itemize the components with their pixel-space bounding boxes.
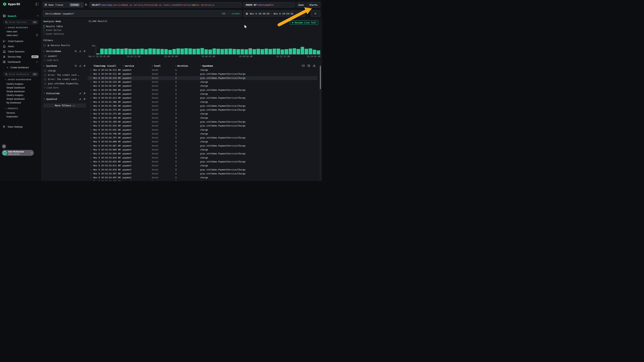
table-row[interactable]: Nov 6 10:54:55.413 AMpaymentUnset1charge	[88, 92, 318, 96]
histogram-bar[interactable]	[172, 49, 176, 54]
histogram-bar[interactable]	[112, 49, 116, 54]
histogram-bar[interactable]	[140, 49, 144, 54]
saved-dashboard-item[interactable]: ClickPy Analytics	[6, 82, 41, 86]
histogram-bar[interactable]	[208, 49, 212, 54]
histogram-bar[interactable]	[240, 49, 244, 54]
scrollbar-thumb[interactable]	[320, 66, 321, 89]
vertical-scrollbar[interactable]	[320, 64, 321, 180]
table-row[interactable]: Nov 6 10:54:56.510 AMpaymentUnset2grpc.o…	[88, 76, 318, 80]
filter-value-checkbox[interactable]: Error: The credit card …	[44, 73, 86, 77]
row-expand-icon[interactable]	[88, 129, 94, 130]
load-more-button[interactable]: Load more	[44, 86, 86, 90]
column-header-timestamp-local-[interactable]: Timestamp (Local)	[94, 64, 122, 67]
presets-section-header[interactable]: PRESETS	[5, 107, 38, 110]
help-button[interactable]: ?	[2, 144, 6, 149]
histogram-bar[interactable]	[264, 49, 268, 54]
table-row[interactable]: Nov 6 10:54:54.611 AMpaymentUnset1charge	[88, 164, 318, 168]
histogram-bar[interactable]	[180, 49, 184, 54]
lang-sql-option[interactable]: SQL	[222, 12, 226, 15]
analysis-mode-event-deltas[interactable]: Event Deltas	[46, 28, 86, 32]
row-expand-icon[interactable]	[88, 78, 94, 79]
histogram-bar[interactable]	[104, 49, 108, 54]
table-row[interactable]: Nov 6 10:54:54.495 AMpaymentUnset1charge	[88, 180, 318, 181]
preset-item[interactable]: Kubernetes	[6, 115, 41, 119]
table-row[interactable]: Nov 6 10:54:54.654 AMpaymentUnset1grpc.o…	[88, 160, 318, 164]
histogram-bar[interactable]	[96, 53, 100, 54]
row-expand-icon[interactable]	[88, 137, 94, 138]
row-expand-icon[interactable]	[88, 169, 94, 170]
drag-handle-icon[interactable]: ∷	[200, 65, 201, 67]
histogram-bar[interactable]	[132, 49, 136, 54]
histogram-bar[interactable]	[228, 49, 232, 54]
row-expand-icon[interactable]	[88, 117, 94, 119]
wrap-text-icon[interactable]	[307, 64, 310, 67]
histogram-bar[interactable]	[204, 49, 208, 54]
histogram-bar[interactable]	[244, 49, 248, 54]
table-row[interactable]: Nov 6 10:54:54.659 AMpaymentUnset1grpc.o…	[88, 152, 318, 156]
table-row[interactable]: Nov 6 10:54:54.708 AMpaymentUnset1charge	[88, 132, 318, 136]
histogram-bar[interactable]	[296, 49, 300, 54]
search-query-input[interactable]: ServiceName:"payment" SQL | Lucene	[43, 10, 242, 17]
user-menu[interactable]: DM Dale McDiarmid demo-service -	[2, 150, 34, 156]
saved-search-item[interactable]: mikes tets2	[6, 33, 41, 37]
histogram-bar[interactable]	[276, 49, 280, 54]
table-row[interactable]: Nov 6 10:54:55.386 AMpaymentUnset1charge	[88, 100, 318, 104]
load-more-button[interactable]: Load more	[44, 58, 86, 62]
row-expand-icon[interactable]	[88, 141, 94, 142]
row-expand-icon[interactable]	[88, 157, 94, 158]
analysis-mode-results-table[interactable]: Results Table	[46, 24, 86, 28]
histogram-bar[interactable]	[305, 49, 308, 54]
row-expand-icon[interactable]	[88, 113, 94, 114]
column-header-spanname[interactable]: ∷SpanName	[200, 64, 318, 67]
row-expand-icon[interactable]	[88, 97, 94, 98]
histogram-bar[interactable]	[168, 50, 172, 54]
saved-search-item[interactable]: mikes alert	[6, 30, 41, 33]
table-row[interactable]: Nov 6 10:54:56.507 AMpaymentUnset1charge	[88, 84, 318, 88]
row-expand-icon[interactable]	[88, 121, 94, 122]
code-icon[interactable]	[302, 64, 305, 67]
results-histogram[interactable]	[96, 47, 320, 54]
saved-dashboard-item[interactable]: Simple dashboard	[6, 90, 41, 93]
table-row[interactable]: Nov 6 10:54:54.688 AMpaymentUnset1charge	[88, 140, 318, 144]
filter-value-checkbox[interactable]: charge	[44, 69, 86, 73]
drag-handle-icon[interactable]: ∷	[175, 65, 176, 67]
filter-group-spankind[interactable]: SpanKind	[44, 97, 86, 101]
order-by-input[interactable]: ORDER BY Timestamp DESC	[243, 2, 295, 7]
histogram-bar[interactable]	[188, 48, 192, 54]
row-expand-icon[interactable]	[88, 105, 94, 107]
table-row[interactable]: Nov 6 10:54:55.189 AMpaymentUnset4grpc.o…	[88, 120, 318, 124]
row-expand-icon[interactable]	[88, 109, 94, 110]
histogram-bar[interactable]	[108, 48, 112, 54]
sidebar-item-client-sessions[interactable]: Client Sessions	[0, 49, 41, 54]
filter-group-spanname[interactable]: SpanName	[44, 64, 86, 68]
download-icon[interactable]	[313, 64, 316, 67]
saved-dashboards-input[interactable]: Saved Dashboards ⌘K	[3, 72, 38, 76]
table-row[interactable]: Nov 6 10:54:54.497 AMpaymentUnset1grpc.o…	[88, 172, 318, 176]
histogram-bar[interactable]	[184, 48, 188, 54]
filter-group-servicename[interactable]: ServiceName	[44, 49, 86, 53]
table-row[interactable]: Nov 6 10:54:55.035 AMpaymentUnset1grpc.o…	[88, 124, 318, 128]
histogram-bar[interactable]	[116, 49, 120, 54]
run-query-button[interactable]	[311, 10, 320, 17]
row-expand-icon[interactable]	[88, 93, 94, 95]
filter-group-icons[interactable]	[74, 50, 86, 52]
table-row[interactable]: Nov 6 10:54:54.610 AMpaymentUnset2grpc.o…	[88, 168, 318, 172]
sql-select-input[interactable]: SELECT Timestamp, ServiceName as service…	[90, 2, 242, 7]
sidebar-item-search[interactable]: Search	[3, 14, 38, 18]
save-button[interactable]: Save	[297, 2, 305, 7]
row-expand-icon[interactable]	[88, 125, 94, 126]
sidebar-item-service-map[interactable]: Service MapBETA	[0, 54, 41, 59]
row-expand-icon[interactable]	[88, 177, 94, 178]
more-filters-button[interactable]: More filters	[44, 103, 86, 108]
histogram-bar[interactable]	[236, 49, 240, 54]
filter-group-icons[interactable]	[74, 65, 86, 67]
histogram-bar[interactable]	[273, 49, 276, 54]
resume-live-tail-button[interactable]: Resume Live Tail	[290, 20, 318, 25]
table-row[interactable]: Nov 6 10:54:55.375 AMpaymentUnset1charge	[88, 112, 318, 116]
table-row[interactable]: Nov 6 10:54:55.189 AMpaymentUnset3charge	[88, 116, 318, 120]
histogram-bar[interactable]	[289, 49, 292, 54]
histogram-bar[interactable]	[144, 49, 148, 54]
saved-dashboard-item[interactable]: My Dashboard	[6, 101, 41, 105]
histogram-bar[interactable]	[248, 49, 252, 54]
saved-dashboard-item[interactable]: Simple Dashboard	[6, 86, 41, 90]
